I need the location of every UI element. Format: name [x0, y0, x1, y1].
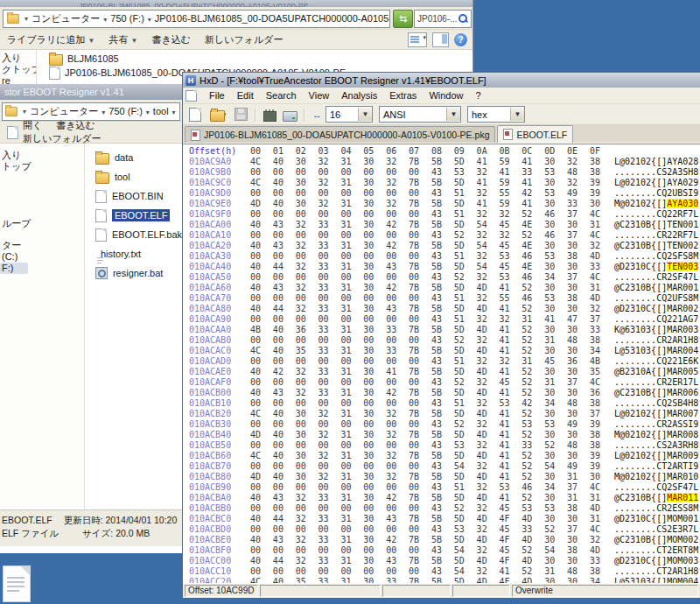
save-button[interactable] [232, 106, 249, 123]
hex-row[interactable]: 010ACAD000 00 00 00 00 00 00 00 43 51 32… [183, 356, 700, 367]
menu-item[interactable]: ? [470, 90, 487, 101]
sidebar-item[interactable]: 入り [0, 53, 36, 64]
titlebar[interactable]: H HxD - [F:¥tool¥TrueAncestor EBOOT Resi… [183, 73, 700, 88]
hex-bytes[interactable]: 00 00 00 00 00 00 00 00 43 51 32 32 52 4… [250, 209, 600, 219]
hex-bytes[interactable]: 00 00 00 00 00 00 00 00 43 51 32 53 46 3… [250, 482, 600, 492]
list-item[interactable]: BLJM61085 [49, 52, 472, 66]
hex-bytes[interactable]: 40 44 32 33 31 30 43 7B 5B 5D 4D 41 52 3… [250, 304, 600, 313]
hex-row[interactable]: 010ACA8040 44 32 33 31 30 43 7B 5B 5D 4D… [183, 304, 700, 314]
file-name[interactable]: resigner.bat [113, 268, 163, 278]
menu-item[interactable]: File [203, 90, 231, 101]
bytes-per-row-select[interactable]: 16 ▼ [326, 106, 373, 123]
toolbar-button[interactable]: 書き込む [152, 34, 192, 45]
sidebar-item[interactable]: トップ [0, 161, 84, 172]
hex-bytes[interactable]: 4D 40 30 32 31 30 32 7B 5B 5D 4D 41 52 3… [250, 472, 600, 481]
menu-item[interactable]: Extras [383, 90, 423, 101]
file-name[interactable]: EBOOT.ELF [112, 209, 171, 221]
hex-bytes[interactable]: 4C 40 30 32 31 30 32 7B 5B 5D 41 59 41 3… [250, 157, 600, 166]
hex-ascii[interactable]: L@53103{[]MAR004 [614, 346, 698, 355]
hex-row[interactable]: 010AC9F000 00 00 00 00 00 00 00 43 51 32… [183, 209, 700, 220]
file-name[interactable]: BLJM61085 [67, 53, 119, 64]
hex-row[interactable]: 010ACAF000 00 00 00 00 00 00 00 43 52 32… [183, 377, 700, 388]
preview-pane-button[interactable] [432, 32, 449, 47]
hex-row[interactable]: 010ACB3000 00 00 00 00 00 00 00 43 52 32… [183, 419, 700, 430]
hex-bytes[interactable]: 00 00 00 00 00 00 00 00 43 52 32 32 52 4… [250, 230, 600, 240]
hex-row[interactable]: 010ACAA04B 40 36 33 31 30 33 7B 5B 5D 4D… [183, 325, 700, 335]
toolbar-button[interactable]: ライブラリに追加 ▼ [7, 34, 95, 45]
hex-bytes[interactable]: 00 00 00 00 00 00 00 00 43 53 32 41 33 5… [250, 167, 600, 177]
hex-ascii[interactable]: ........CQ22RF7L [614, 209, 698, 219]
hex-bytes[interactable]: 00 00 00 00 00 00 00 00 43 51 32 32 31 4… [250, 314, 600, 324]
chevron-down-icon[interactable]: ▾ [144, 109, 151, 116]
hex-row[interactable]: 010AC9C04C 40 30 32 31 30 32 7B 5B 5D 41… [183, 178, 700, 188]
hex-ascii[interactable]: ........CR22RF7L [614, 230, 698, 240]
hex-bytes[interactable]: 00 00 00 00 00 00 00 00 43 51 32 53 42 3… [250, 398, 600, 408]
hex-ascii[interactable]: ........CS2A3RH8 [614, 440, 698, 450]
hex-row[interactable]: 010ACA0040 43 32 33 31 30 42 7B 5B 5D 54… [183, 220, 700, 230]
hex-ascii[interactable]: ........CR2ASSI9 [614, 419, 698, 429]
hex-ascii[interactable]: ........CR2ER17L [614, 377, 698, 387]
status-mode[interactable]: Overwrite [512, 585, 698, 597]
hex-ascii[interactable]: @C2310B{[]TEN001 [614, 220, 698, 229]
charset-select[interactable]: ANSI ▼ [379, 106, 461, 123]
hex-ascii[interactable]: @C2310B{[]MAR011 [614, 493, 698, 502]
hex-row[interactable]: 010ACA3000 00 00 00 00 00 00 00 43 51 32… [183, 251, 700, 262]
hex-row[interactable]: 010ACBC040 44 32 33 31 30 43 7B 5B 5D 4D… [183, 514, 700, 524]
hex-bytes[interactable]: 40 43 32 33 31 30 42 7B 5B 5D 4D 41 52 3… [250, 283, 600, 292]
hex-ascii[interactable]: ........CT2ERT8M [614, 545, 698, 555]
toolbar-button[interactable]: 新しいフォルダー [23, 133, 102, 144]
hex-ascii[interactable]: L@02102{[]AYA029 [614, 178, 698, 187]
hex-ascii[interactable]: L@53103{[]MOM004 [614, 577, 698, 583]
hex-row[interactable]: 010ACBA040 43 32 33 31 30 42 7B 5B 5D 4D… [183, 493, 700, 503]
hex-row[interactable]: 010ACA9000 00 00 00 00 00 00 00 43 51 32… [183, 314, 700, 325]
hex-bytes[interactable]: 00 00 00 00 00 00 00 00 43 51 32 53 46 5… [250, 251, 600, 261]
hex-ascii[interactable]: ........CR2AR1H8 [614, 335, 698, 345]
hex-ascii[interactable]: @D2310C{[]MOM001 [614, 514, 698, 523]
hex-ascii[interactable]: @C2310B{[]TEN002 [614, 241, 698, 250]
hex-ascii[interactable]: M@02102{[]MAR010 [614, 472, 698, 481]
hex-row[interactable]: 010ACA2040 43 32 33 31 30 42 7B 5B 5D 54… [183, 241, 700, 251]
hex-row[interactable]: 010ACC204C 40 35 33 31 30 33 7B 5B 5D 4D… [183, 577, 700, 583]
refresh-button[interactable]: ⇆ [393, 10, 413, 28]
list-item[interactable]: tool [95, 167, 182, 186]
hex-row[interactable]: 010ACBE040 43 32 33 31 30 42 7B 5B 5D 4D… [183, 535, 700, 545]
hex-ascii[interactable]: ........CQ2SB4H8 [614, 398, 698, 408]
help-icon[interactable]: ? [454, 33, 467, 46]
hex-bytes[interactable]: 00 00 00 00 00 00 00 00 43 51 32 55 46 5… [250, 293, 600, 303]
new-file-button[interactable] [186, 106, 204, 123]
hex-bytes[interactable]: 00 00 00 00 00 00 00 00 43 52 32 53 46 3… [250, 272, 600, 282]
hex-bytes[interactable]: 40 44 32 33 31 30 43 7B 5B 5D 54 45 4E 3… [250, 262, 600, 271]
search-icon[interactable] [458, 13, 469, 25]
hex-row[interactable]: 010ACB404D 40 30 32 31 30 32 7B 5B 5D 4D… [183, 430, 700, 440]
hex-row[interactable]: 010ACAB000 00 00 00 00 00 00 00 43 52 32… [183, 335, 700, 346]
hex-ascii[interactable]: L@02102{[]AYA028 [614, 157, 698, 166]
hex-row[interactable]: 010ACB5000 00 00 00 00 00 00 00 43 53 32… [183, 440, 700, 451]
toolbar-button[interactable]: 書き込む [56, 120, 95, 130]
hex-ascii[interactable]: ........CR2ESS8M [614, 503, 698, 513]
hex-row[interactable]: 010ACB0040 43 32 33 31 30 42 7B 5B 5D 4D… [183, 388, 700, 398]
hex-row[interactable]: 010AC9B000 00 00 00 00 00 00 00 43 53 32… [183, 167, 700, 178]
hex-ascii[interactable]: ........CR2SF47L [614, 272, 698, 282]
hex-row[interactable]: 010ACC0040 44 32 33 31 30 43 7B 5B 5D 4D… [183, 556, 700, 566]
hex-ascii[interactable]: @D2310C{[]MAR002 [614, 304, 698, 313]
open-file-button[interactable]: ▾ [206, 106, 229, 123]
hex-row[interactable]: 010ACA7000 00 00 00 00 00 00 00 43 51 32… [183, 293, 700, 304]
hex-bytes[interactable]: 40 43 32 33 31 30 42 7B 5B 5D 4D 4F 4D 3… [250, 535, 600, 544]
hex-ascii[interactable]: M@02102{[]MAR008 [614, 430, 698, 439]
hex-bytes[interactable]: 00 00 00 00 00 00 00 00 43 52 32 45 52 3… [250, 377, 600, 387]
list-item[interactable]: EBOOT.ELF [95, 206, 182, 225]
menu-item[interactable]: View [303, 90, 336, 101]
hex-ascii[interactable]: ........CQ2UFS8M [614, 293, 698, 303]
hex-bytes[interactable]: 00 00 00 00 00 00 00 00 43 54 32 41 52 3… [250, 566, 600, 576]
hex-row[interactable]: 010ACBD000 00 00 00 00 00 00 00 43 53 32… [183, 524, 700, 535]
list-item[interactable]: resigner.bat [95, 263, 182, 283]
breadcrumb-segment[interactable]: コンピューター [30, 13, 102, 24]
hex-row[interactable]: 010ACAE040 42 32 33 31 30 41 7B 5B 5D 4D… [183, 367, 700, 377]
hex-row[interactable]: 010ACA4040 44 32 33 31 30 43 7B 5B 5D 54… [183, 262, 700, 272]
hex-bytes[interactable]: 4D 40 30 32 31 30 32 7B 5B 5D 4D 41 52 3… [250, 430, 600, 439]
offset-base-select[interactable]: hex ▼ [467, 106, 525, 123]
sidebar-item[interactable]: 入り [0, 150, 84, 161]
hex-ascii[interactable]: ........CS2A3SH8 [614, 167, 698, 177]
hex-row[interactable]: 010AC9A04C 40 30 32 31 30 32 7B 5B 5D 41… [183, 157, 700, 167]
menu-item[interactable]: Edit [231, 90, 260, 101]
